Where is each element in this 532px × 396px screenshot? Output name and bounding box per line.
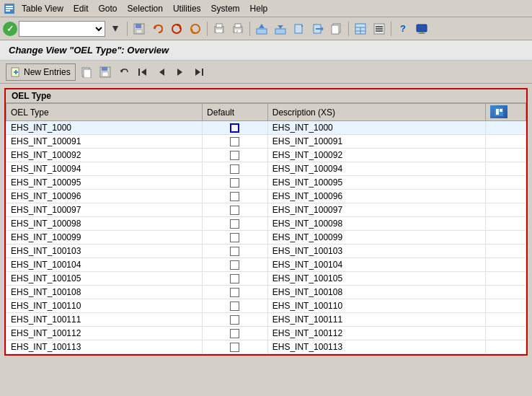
svg-rect-30 xyxy=(332,25,339,34)
cell-default[interactable] xyxy=(203,176,268,190)
cell-description: EHS_INT_100111 xyxy=(267,313,485,327)
next-row-btn[interactable] xyxy=(172,64,188,80)
default-checkbox[interactable] xyxy=(230,260,239,270)
export-btn[interactable] xyxy=(291,20,308,38)
default-checkbox[interactable] xyxy=(230,233,239,242)
print-btn[interactable] xyxy=(210,20,228,38)
table-row[interactable]: EHS_INT_100094EHS_INT_100094 xyxy=(6,162,526,176)
prev-row-btn[interactable] xyxy=(154,64,169,80)
menu-table-view[interactable]: Table View xyxy=(17,2,68,15)
table-row[interactable]: EHS_INT_100112EHS_INT_100112 xyxy=(6,327,526,340)
default-checkbox[interactable] xyxy=(230,123,239,133)
menu-utilities[interactable]: Utilities xyxy=(169,2,205,15)
cell-default[interactable] xyxy=(203,190,268,203)
default-checkbox[interactable] xyxy=(230,343,239,352)
col-header-description[interactable]: Description (XS) xyxy=(267,104,485,121)
table-wrapper[interactable]: OEL Type Default Description (XS) xyxy=(6,103,526,354)
cell-default[interactable] xyxy=(203,162,268,176)
dropdown-arrow-btn[interactable] xyxy=(107,20,124,38)
table-row[interactable]: EHS_INT_100103EHS_INT_100103 xyxy=(6,245,526,258)
transaction-dropdown[interactable] xyxy=(19,21,105,37)
cell-default[interactable] xyxy=(203,258,268,272)
copy-row-btn[interactable] xyxy=(79,64,94,80)
undo-row-btn[interactable] xyxy=(116,64,132,80)
default-checkbox[interactable] xyxy=(230,192,239,201)
col-header-default[interactable]: Default xyxy=(203,104,268,121)
save-btn[interactable] xyxy=(130,20,148,38)
settings-btn[interactable] xyxy=(371,20,388,38)
svg-rect-24 xyxy=(295,25,302,33)
help-btn[interactable]: ? xyxy=(394,20,412,38)
default-checkbox[interactable] xyxy=(230,164,239,174)
default-checkbox[interactable] xyxy=(230,274,239,283)
table-row[interactable]: EHS_INT_100111EHS_INT_100111 xyxy=(6,313,526,327)
default-checkbox[interactable] xyxy=(230,288,239,297)
last-row-btn[interactable] xyxy=(191,64,207,80)
undo-btn[interactable] xyxy=(149,20,167,38)
copy2-btn[interactable] xyxy=(328,20,345,38)
table-header-row: OEL Type Default Description (XS) xyxy=(6,104,526,121)
cell-default[interactable] xyxy=(203,286,268,299)
default-checkbox[interactable] xyxy=(230,302,239,311)
svg-marker-21 xyxy=(259,24,265,28)
svg-rect-41 xyxy=(418,33,425,34)
cell-oel-type: EHS_INT_100095 xyxy=(6,176,203,190)
cell-default[interactable] xyxy=(203,313,268,327)
refresh-btn[interactable] xyxy=(168,20,185,38)
default-checkbox[interactable] xyxy=(230,178,239,188)
cell-default[interactable] xyxy=(203,272,268,286)
cell-default[interactable] xyxy=(203,340,268,354)
col-header-oel-type[interactable]: OEL Type xyxy=(6,104,203,121)
sep3 xyxy=(249,22,250,36)
layout-btn[interactable] xyxy=(352,20,369,38)
cell-icon xyxy=(486,272,526,286)
table-row[interactable]: EHS_INT_1000EHS_INT_1000 xyxy=(6,121,526,135)
table-row[interactable]: EHS_INT_100096EHS_INT_100096 xyxy=(6,190,526,203)
sep1 xyxy=(127,22,128,36)
default-checkbox[interactable] xyxy=(230,137,239,146)
table-row[interactable]: EHS_INT_100098EHS_INT_100098 xyxy=(6,217,526,231)
menu-edit[interactable]: Edit xyxy=(69,2,93,15)
cell-default[interactable] xyxy=(203,203,268,217)
upload-btn[interactable] xyxy=(253,20,270,38)
cell-default[interactable] xyxy=(203,327,268,340)
default-checkbox[interactable] xyxy=(230,315,239,325)
table-row[interactable]: EHS_INT_100108EHS_INT_100108 xyxy=(6,286,526,299)
menu-goto[interactable]: Goto xyxy=(94,2,122,15)
default-checkbox[interactable] xyxy=(230,206,239,215)
cell-default[interactable] xyxy=(203,149,268,162)
table-row[interactable]: EHS_INT_100104EHS_INT_100104 xyxy=(6,258,526,272)
download-btn[interactable] xyxy=(272,20,289,38)
import-btn[interactable] xyxy=(309,20,327,38)
cell-default[interactable] xyxy=(203,121,268,135)
table-row[interactable]: EHS_INT_100110EHS_INT_100110 xyxy=(6,299,526,313)
table-row[interactable]: EHS_INT_100113EHS_INT_100113 xyxy=(6,340,526,354)
table-row[interactable]: EHS_INT_100097EHS_INT_100097 xyxy=(6,203,526,217)
first-row-btn[interactable] xyxy=(135,64,151,80)
refresh2-btn[interactable] xyxy=(187,20,204,38)
menu-system[interactable]: System xyxy=(207,2,244,15)
table-row[interactable]: EHS_INT_100095EHS_INT_100095 xyxy=(6,176,526,190)
print2-btn[interactable]: ✓ xyxy=(229,20,247,38)
cell-icon xyxy=(486,299,526,313)
table-row[interactable]: EHS_INT_100105EHS_INT_100105 xyxy=(6,272,526,286)
cell-default[interactable] xyxy=(203,299,268,313)
new-entries-btn[interactable]: New Entries xyxy=(6,63,76,81)
cell-default[interactable] xyxy=(203,217,268,231)
table-row[interactable]: EHS_INT_100091EHS_INT_100091 xyxy=(6,135,526,149)
default-checkbox[interactable] xyxy=(230,151,239,160)
cell-default[interactable] xyxy=(203,231,268,245)
monitor-btn[interactable] xyxy=(413,20,430,38)
menu-selection[interactable]: Selection xyxy=(123,2,167,15)
table-row[interactable]: EHS_INT_100092EHS_INT_100092 xyxy=(6,149,526,162)
cell-default[interactable] xyxy=(203,135,268,149)
col-header-icon[interactable] xyxy=(486,104,526,121)
save-row-btn[interactable] xyxy=(97,64,113,80)
table-row[interactable]: EHS_INT_100099EHS_INT_100099 xyxy=(6,231,526,245)
default-checkbox[interactable] xyxy=(230,247,239,256)
default-checkbox[interactable] xyxy=(230,219,239,229)
menu-help[interactable]: Help xyxy=(246,2,272,15)
cell-default[interactable] xyxy=(203,245,268,258)
svg-marker-23 xyxy=(278,25,283,29)
default-checkbox[interactable] xyxy=(230,329,239,338)
